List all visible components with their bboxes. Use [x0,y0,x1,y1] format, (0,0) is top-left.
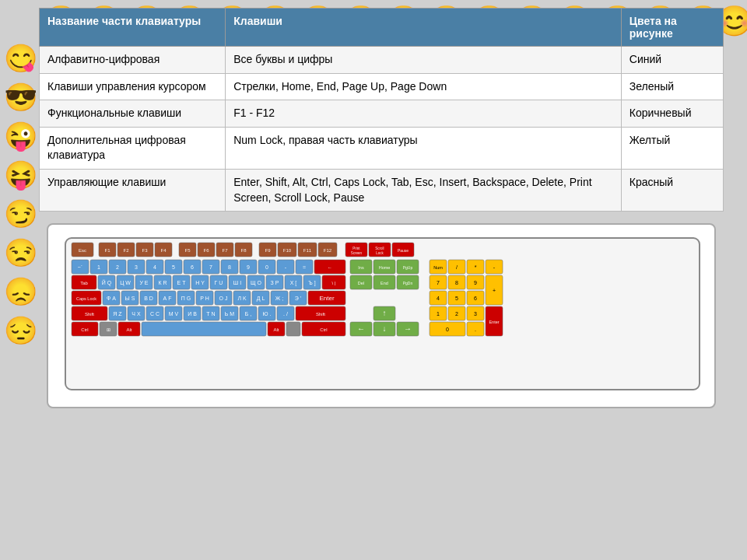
svg-text:F7: F7 [222,248,228,253]
svg-text:~`: ~` [78,264,82,270]
cell-part-name: Управляющие клавиши [40,169,226,211]
table-row: Функциональные клавишиF1 - F12Коричневый [40,100,724,128]
svg-text:С C: С C [150,311,160,317]
col-header-keys: Клавиши [226,9,622,47]
svg-text:. /: . / [283,311,288,317]
svg-text:PgDn: PgDn [403,281,413,285]
svg-text:М V: М V [169,311,179,317]
svg-text:↑: ↑ [383,309,387,317]
svg-text:3: 3 [135,264,138,270]
svg-text:5: 5 [172,264,175,270]
cell-keys: Все буквы и цифры [226,47,622,74]
svg-text:8: 8 [228,264,231,270]
svg-text:П G: П G [181,296,191,301]
keyboard-parts-table: Название части клавиатуры Клавиши Цвета … [39,8,724,212]
svg-text:В D: В D [144,296,153,301]
svg-text:Ц W: Ц W [120,280,131,286]
svg-text:⊞: ⊞ [107,327,110,332]
svg-text:Я Z: Я Z [113,311,122,317]
keyboard-image-container: Esc F1 F2 F3 F4 F5 F6 F7 F8 F9 F10 F11 F… [47,223,716,408]
svg-text:Scroll: Scroll [375,247,384,250]
svg-text:Alt: Alt [273,327,279,332]
cell-part-name: Функциональные клавиши [40,100,226,128]
svg-text:End: End [381,281,388,285]
svg-text:1: 1 [437,311,440,317]
cell-keys: Num Lock, правая часть клавиатуры [226,127,622,169]
table-row: Алфавитно-цифроваяВсе буквы и цифрыСиний [40,47,724,74]
svg-text:У E: У E [139,280,148,285]
svg-text:Screen: Screen [351,251,363,255]
svg-text:Н Y: Н Y [195,280,205,285]
svg-text:Л K: Л K [237,296,247,301]
svg-text:F11: F11 [303,248,312,253]
svg-text:Shift: Shift [85,312,94,317]
svg-text:\ |: \ | [332,281,336,285]
svg-text:F2: F2 [123,248,129,253]
main-content: Название части клавиатуры Клавиши Цвета … [39,8,724,408]
svg-text:0: 0 [265,264,268,270]
svg-text:О J: О J [219,296,228,301]
svg-text:↓: ↓ [383,324,387,333]
svg-text:Щ O: Щ O [251,280,262,286]
side-decoration [0,0,39,560]
svg-text:F3: F3 [142,248,148,253]
svg-text:+: + [493,288,496,293]
svg-text:2: 2 [116,264,119,270]
cell-color: Коричневый [621,100,723,128]
svg-text:З P: З P [271,280,279,285]
svg-text:А F: А F [163,296,172,301]
svg-text:F5: F5 [184,248,191,253]
table-row: Управляющие клавишиEnter, Shift, Alt, Ct… [40,169,724,211]
svg-text:Enter: Enter [489,320,499,324]
svg-text:Ins: Ins [358,265,364,270]
svg-text:7: 7 [437,280,440,285]
svg-text:Ш I: Ш I [233,280,241,285]
svg-text:0: 0 [446,327,449,332]
table-row: Дополнительная цифровая клавиатураNum Lo… [40,127,724,169]
svg-text:Х [: Х [ [290,280,297,286]
col-header-part: Название части клавиатуры [40,9,226,47]
svg-text:Tab: Tab [80,281,88,285]
cell-part-name: Алфавитно-цифровая [40,47,226,74]
svg-text:Pause: Pause [398,248,409,253]
cell-color: Красный [621,169,723,211]
svg-text:=: = [303,264,306,270]
svg-text:Р H: Р H [200,296,209,301]
svg-text:Lock: Lock [376,251,384,255]
svg-text:И B: И B [188,311,197,317]
svg-text:Ч X: Ч X [132,311,141,317]
svg-text:Ь M: Ь M [225,311,235,317]
table-header-row: Название части клавиатуры Клавиши Цвета … [40,9,724,47]
svg-text:Г U: Г U [215,280,223,285]
svg-text:Del: Del [358,281,364,285]
svg-text:Alt: Alt [126,327,132,332]
svg-text:3: 3 [474,311,477,317]
cell-keys: Стрелки, Home, End, Page Up, Page Down [226,73,622,100]
keyboard-diagram: Esc F1 F2 F3 F4 F5 F6 F7 F8 F9 F10 F11 F… [64,236,702,392]
svg-text:Й Q: Й Q [102,279,112,286]
svg-text:6: 6 [191,264,194,270]
svg-text:Д L: Д L [257,296,265,302]
cell-part-name: Клавиши управления курсором [40,73,226,100]
svg-text:F12: F12 [324,248,332,253]
svg-text:Num: Num [433,265,443,270]
svg-text:9: 9 [247,264,250,270]
svg-text:Caps Lock: Caps Lock [76,296,96,301]
table-row: Клавиши управления курсоромСтрелки, Home… [40,73,724,100]
svg-text:8: 8 [455,280,458,285]
svg-text:5: 5 [455,296,458,301]
svg-text:7: 7 [209,264,212,270]
svg-text:Ф A: Ф A [107,296,116,301]
svg-text:Print: Print [352,247,360,250]
cell-keys: F1 - F12 [226,100,622,128]
svg-text:Е T: Е T [177,280,187,285]
svg-text:4: 4 [153,264,156,270]
svg-text:/: / [456,264,458,270]
svg-text:Э ': Э ' [295,296,301,301]
svg-rect-194 [286,322,300,336]
svg-text:Enter: Enter [319,295,334,302]
cell-part-name: Дополнительная цифровая клавиатура [40,127,226,169]
svg-text:F8: F8 [240,248,247,253]
col-header-color: Цвета на рисунке [621,9,723,47]
svg-text:4: 4 [437,296,440,301]
